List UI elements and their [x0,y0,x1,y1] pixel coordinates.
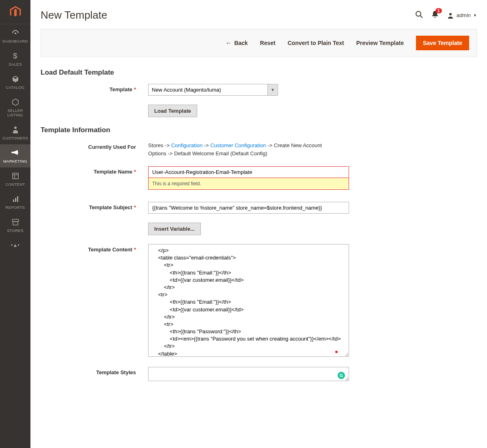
svg-point-9 [449,13,452,15]
magento-logo[interactable] [0,0,30,24]
megaphone-icon [11,148,19,157]
convert-plain-text-button[interactable]: Convert to Plain Text [288,40,344,46]
save-template-button[interactable]: Save Template [416,36,469,50]
chevron-down-icon: ▼ [271,88,275,92]
chart-icon [12,195,19,204]
nav-label: MARKETING [3,159,27,163]
hexagon-icon [12,98,19,107]
user-icon [447,12,454,19]
more-icon: •▲• [11,241,19,250]
nav-label: CONTENT [5,182,25,186]
nav-label: DASHBOARD [2,39,28,43]
nav-label: CATALOG [6,85,24,90]
notifications-button[interactable]: 1 [431,11,439,20]
nav-label: SELLER LISTING [2,108,29,117]
svg-point-0 [14,126,17,129]
nav-label: REPORTS [6,205,25,210]
action-bar: ←Back Reset Convert to Plain Text Previe… [41,29,477,57]
nav-customers[interactable]: CUSTOMERS [0,121,30,144]
nav-seller-listing[interactable]: SELLER LISTING [0,94,30,121]
load-template-button[interactable]: Load Template [148,105,197,117]
currently-used-for-label: Currently Used For [41,141,148,150]
notification-badge: 1 [435,8,442,13]
nav-label: CUSTOMERS [2,136,28,140]
required-field-error: This is a required field. [148,178,349,190]
search-button[interactable] [415,11,423,20]
template-subject-input[interactable] [148,202,349,214]
error-indicator-dot [335,351,338,353]
customer-configuration-link[interactable]: Customer Configuration [210,142,266,148]
template-select[interactable]: New Account (Magento/luma) [148,84,267,96]
svg-rect-5 [15,198,16,202]
insert-variable-button[interactable]: Insert Variable... [148,223,201,235]
arrow-left-icon: ← [225,39,232,47]
storefront-icon [12,218,19,227]
nav-dashboard[interactable]: DASHBOARD [0,24,30,47]
box-icon [12,75,19,84]
select-dropdown-button[interactable]: ▼ [267,84,278,96]
dollar-icon: $ [13,51,17,60]
sidebar: DASHBOARD $SALES CATALOG SELLER LISTING … [0,0,30,448]
nav-reports[interactable]: REPORTS [0,191,30,214]
reset-button[interactable]: Reset [260,40,276,46]
nav-content[interactable]: CONTENT [0,167,30,191]
nav-marketing[interactable]: MARKETING [0,144,30,167]
layout-icon [12,171,19,180]
person-icon [13,125,18,134]
svg-line-8 [420,16,422,18]
currently-used-for-value: Stores -> Configuration -> Customer Conf… [148,141,335,157]
section-load-default-title: Load Default Template [41,69,477,77]
configuration-link[interactable]: Configuration [171,142,203,148]
nav-sales[interactable]: $SALES [0,47,30,71]
main-content: New Template 1 admin▼ ←Back Reset Conver… [30,0,487,448]
nav-catalog[interactable]: CATALOG [0,71,30,94]
template-name-label: Template Name* [41,166,148,175]
username: admin [457,12,471,18]
svg-rect-4 [13,199,14,202]
template-subject-label: Template Subject* [41,202,148,210]
template-styles-textarea[interactable] [148,367,349,381]
back-button[interactable]: ←Back [225,39,248,47]
svg-point-7 [416,11,421,16]
nav-label: SALES [9,62,22,66]
template-styles-label: Template Styles [41,367,148,375]
user-menu[interactable]: admin▼ [447,12,477,19]
preview-template-button[interactable]: Preview Template [356,40,404,46]
nav-more[interactable]: •▲• [0,237,30,255]
template-select-label: Template* [41,84,148,92]
nav-label: STORES [7,228,24,233]
template-name-input[interactable] [148,166,349,178]
page-title: New Template [41,9,107,21]
svg-rect-6 [17,196,18,202]
svg-rect-1 [13,173,18,179]
chevron-down-icon: ▼ [473,13,477,17]
nav-stores[interactable]: STORES [0,214,30,237]
gauge-icon [11,28,19,37]
grammarly-icon: G [338,372,345,379]
section-template-info-title: Template Information [41,126,477,134]
template-content-textarea[interactable] [148,244,349,357]
template-content-label: Template Content* [41,244,148,253]
